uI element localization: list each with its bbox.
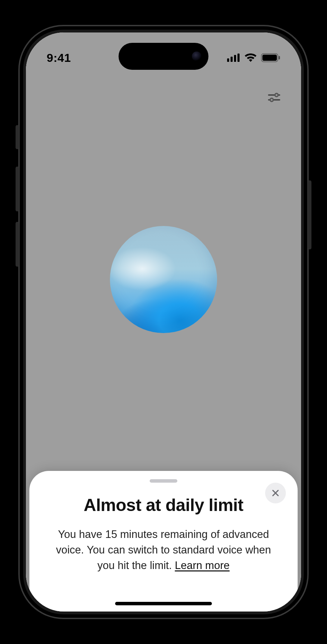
sheet-title: Almost at daily limit bbox=[45, 495, 282, 515]
sheet-body: You have 15 minutes remaining of advance… bbox=[45, 527, 282, 574]
svg-rect-4 bbox=[227, 58, 229, 62]
svg-rect-5 bbox=[231, 57, 233, 62]
voice-orb bbox=[110, 226, 217, 333]
svg-rect-9 bbox=[262, 55, 277, 61]
learn-more-link[interactable]: Learn more bbox=[175, 559, 230, 571]
sheet-grabber[interactable] bbox=[150, 479, 177, 483]
phone-frame: 9:41 bbox=[18, 25, 309, 619]
svg-rect-6 bbox=[234, 55, 236, 62]
sheet-close-button[interactable] bbox=[265, 483, 286, 503]
hw-power bbox=[308, 180, 311, 249]
cellular-signal-icon bbox=[227, 54, 240, 62]
wifi-icon bbox=[244, 53, 257, 62]
hw-switch bbox=[16, 125, 19, 149]
status-icons bbox=[227, 53, 280, 62]
limit-sheet: Almost at daily limit You have 15 minute… bbox=[29, 471, 298, 612]
dynamic-island bbox=[119, 43, 208, 70]
sheet-body-text: You have 15 minutes remaining of advance… bbox=[56, 528, 271, 571]
svg-point-3 bbox=[270, 98, 273, 101]
svg-point-1 bbox=[275, 93, 278, 96]
battery-icon bbox=[261, 53, 280, 62]
close-icon bbox=[271, 489, 280, 498]
voice-settings-button[interactable] bbox=[264, 88, 284, 107]
svg-rect-7 bbox=[237, 54, 240, 62]
hw-volume-up bbox=[16, 167, 19, 211]
sliders-icon bbox=[267, 90, 281, 105]
screen: 9:41 bbox=[26, 32, 301, 612]
hw-volume-down bbox=[16, 222, 19, 267]
status-time: 9:41 bbox=[47, 51, 71, 65]
home-indicator[interactable] bbox=[115, 602, 212, 605]
svg-rect-10 bbox=[279, 56, 280, 59]
